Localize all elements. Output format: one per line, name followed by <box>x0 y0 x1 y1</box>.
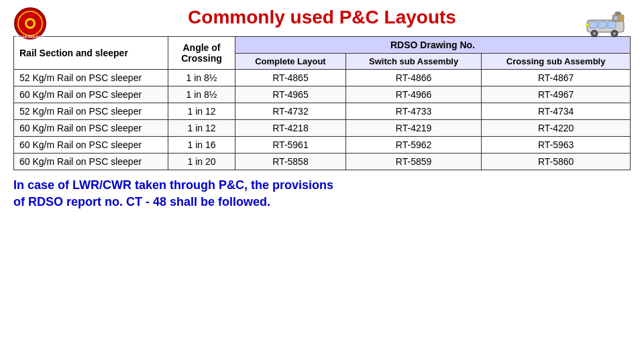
cell-rail: 60 Kg/m Rail on PSC sleeper <box>14 120 168 137</box>
col-complete-layout: Complete Layout <box>235 54 346 70</box>
svg-rect-6 <box>589 21 597 28</box>
cell-rail: 52 Kg/m Rail on PSC sleeper <box>14 70 168 86</box>
svg-rect-8 <box>608 21 616 28</box>
cell-rail: 60 Kg/m Rail on PSC sleeper <box>14 154 168 170</box>
svg-point-12 <box>613 32 616 35</box>
table-body: 52 Kg/m Rail on PSC sleeper 1 in 8½ RT-4… <box>14 70 631 170</box>
col-crossing-sub: Crossing sub Assembly <box>482 54 631 70</box>
cell-crossing: RT-5860 <box>482 154 631 170</box>
cell-complete: RT-4218 <box>235 120 346 137</box>
cell-switch: RT-5962 <box>345 137 481 154</box>
cell-complete: RT-4965 <box>235 86 346 103</box>
cell-switch: RT-5859 <box>345 154 481 170</box>
cell-switch: RT-4219 <box>345 120 481 137</box>
cell-angle: 1 in 12 <box>168 120 235 137</box>
table-row: 60 Kg/m Rail on PSC sleeper 1 in 8½ RT-4… <box>14 86 631 103</box>
cell-angle: 1 in 16 <box>168 137 235 154</box>
header-row-1: Rail Section and sleeper Angle of Crossi… <box>14 37 631 54</box>
cell-rail: 60 Kg/m Rail on PSC sleeper <box>14 137 168 154</box>
svg-point-17 <box>586 23 590 27</box>
cell-switch: RT-4966 <box>345 86 481 103</box>
cell-complete: RT-4732 <box>235 103 346 120</box>
page-title: Commonly used P&C Layouts <box>188 7 456 28</box>
cell-switch: RT-4866 <box>345 70 481 86</box>
col-switch-sub: Switch sub Assembly <box>345 54 481 70</box>
cell-angle: 1 in 8½ <box>168 86 235 103</box>
cell-complete: RT-4865 <box>235 70 346 86</box>
svg-point-10 <box>593 32 596 35</box>
footer-line2: of RDSO report no. CT - 48 shall be foll… <box>13 194 631 210</box>
cell-complete: RT-5858 <box>235 154 346 170</box>
col-angle-header: Angle of Crossing <box>168 37 235 70</box>
logo-left: INDIAN RAILWAYS <box>13 7 50 44</box>
main-table: Rail Section and sleeper Angle of Crossi… <box>13 36 631 170</box>
cell-rail: 52 Kg/m Rail on PSC sleeper <box>14 103 168 120</box>
table-row: 52 Kg/m Rail on PSC sleeper 1 in 12 RT-4… <box>14 103 631 120</box>
cell-crossing: RT-4220 <box>482 120 631 137</box>
table-row: 60 Kg/m Rail on PSC sleeper 1 in 12 RT-4… <box>14 120 631 137</box>
cell-angle: 1 in 20 <box>168 154 235 170</box>
logo-right <box>584 7 631 44</box>
page: INDIAN RAILWAYS Commonly used P&C Layout… <box>0 0 644 362</box>
svg-rect-7 <box>598 21 606 28</box>
svg-rect-16 <box>614 16 618 20</box>
cell-rail: 60 Kg/m Rail on PSC sleeper <box>14 86 168 103</box>
cell-switch: RT-4733 <box>345 103 481 120</box>
svg-text:INDIAN RAILWAYS: INDIAN RAILWAYS <box>15 35 46 39</box>
cell-angle: 1 in 8½ <box>168 70 235 86</box>
table-row: 60 Kg/m Rail on PSC sleeper 1 in 20 RT-5… <box>14 154 631 170</box>
cell-complete: RT-5961 <box>235 137 346 154</box>
cell-crossing: RT-5963 <box>482 137 631 154</box>
cell-crossing: RT-4967 <box>482 86 631 103</box>
footer-line1: In case of LWR/CWR taken through P&C, th… <box>13 177 631 194</box>
table-row: 52 Kg/m Rail on PSC sleeper 1 in 8½ RT-4… <box>14 70 631 86</box>
footer: In case of LWR/CWR taken through P&C, th… <box>13 177 631 210</box>
cell-crossing: RT-4734 <box>482 103 631 120</box>
rdso-header: RDSO Drawing No. <box>235 37 631 54</box>
cell-angle: 1 in 12 <box>168 103 235 120</box>
svg-point-3 <box>27 20 34 27</box>
header: INDIAN RAILWAYS Commonly used P&C Layout… <box>13 7 631 28</box>
table-row: 60 Kg/m Rail on PSC sleeper 1 in 16 RT-5… <box>14 137 631 154</box>
cell-crossing: RT-4867 <box>482 70 631 86</box>
